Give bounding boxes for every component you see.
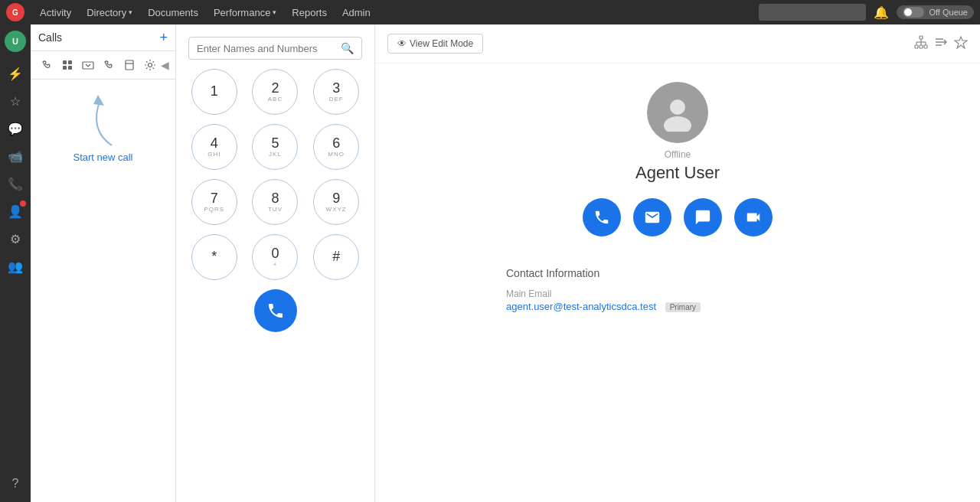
- calls-toolbar: ◀: [31, 51, 175, 80]
- contact-call-button[interactable]: [583, 198, 621, 236]
- dial-key-3[interactable]: 3DEF: [313, 69, 359, 115]
- queue-toggle[interactable]: Off Queue: [897, 5, 974, 19]
- email-value: agent.user@test-analyticsdca.test: [506, 301, 656, 312]
- chevron-down-icon: ▾: [273, 8, 276, 16]
- contact-header: 👁 View Edit Mode: [375, 24, 980, 64]
- dial-key-2[interactable]: 2ABC: [252, 69, 298, 115]
- arrow-icon: [66, 92, 142, 153]
- svg-rect-1: [68, 60, 72, 64]
- email-label: Main Email: [506, 288, 849, 299]
- dial-key-5[interactable]: 5JKL: [252, 124, 298, 170]
- dialpad-settings-button[interactable]: [140, 54, 159, 76]
- collapse-button[interactable]: ◀: [161, 59, 169, 71]
- calls-panel: Calls +: [31, 24, 176, 502]
- sidebar-item-chat[interactable]: 💬: [3, 116, 28, 141]
- eye-icon: 👁: [397, 38, 407, 49]
- sidebar-item-phone[interactable]: 📞: [3, 171, 28, 196]
- nav-item-directory[interactable]: Directory ▾: [80, 4, 139, 21]
- contact-top-actions: [914, 35, 968, 52]
- calls-header: Calls +: [31, 24, 175, 51]
- nav-item-reports[interactable]: Reports: [286, 4, 333, 21]
- dialpad-search-container: 🔍: [188, 37, 362, 60]
- grid-view-button[interactable]: [57, 54, 77, 76]
- sort-icon[interactable]: [934, 35, 948, 52]
- chevron-down-icon: ▾: [129, 8, 132, 16]
- dialpad-grid: 12ABC3DEF4GHI5JKL6MNO7PQRS8TUV9WXYZ*0+#: [188, 69, 362, 280]
- svg-rect-0: [63, 60, 67, 64]
- sidebar-item-settings[interactable]: ⚙: [3, 227, 28, 251]
- phone-log-icon: [103, 59, 115, 71]
- phone-icon: [593, 209, 610, 226]
- dial-key-7[interactable]: 7PQRS: [191, 179, 237, 225]
- nav-item-performance[interactable]: Performance ▾: [207, 4, 283, 21]
- dialpad-search-input[interactable]: [197, 43, 336, 54]
- svg-rect-12: [924, 45, 927, 48]
- settings-icon: [144, 59, 156, 71]
- contact-chat-button[interactable]: [684, 198, 722, 236]
- dial-key-1[interactable]: 1: [191, 69, 237, 115]
- grid-icon: [61, 59, 74, 71]
- nav-item-activity[interactable]: Activity: [34, 4, 77, 21]
- search-icon: 🔍: [341, 42, 354, 54]
- dial-key-9[interactable]: 9WXYZ: [313, 179, 359, 225]
- contact-body: Offline Agent User: [375, 64, 980, 343]
- email-icon: [644, 209, 661, 226]
- contact-panel: 👁 View Edit Mode: [375, 24, 980, 502]
- svg-rect-3: [68, 66, 72, 70]
- voicemail-button[interactable]: [78, 54, 97, 76]
- contact-name: Agent User: [635, 163, 720, 183]
- app-logo: G: [6, 3, 24, 21]
- notifications-icon[interactable]: 🔔: [869, 5, 893, 20]
- email-info-row: Main Email agent.user@test-analyticsdca.…: [506, 288, 849, 312]
- new-call-label: Start new call: [73, 152, 132, 163]
- svg-point-22: [670, 99, 685, 115]
- bookmark-button[interactable]: [119, 54, 139, 76]
- sidebar-item-video[interactable]: 📹: [3, 144, 28, 168]
- chat-icon: [694, 209, 711, 226]
- sidebar-item-help[interactable]: ?: [3, 471, 28, 496]
- org-chart-icon[interactable]: [914, 35, 928, 52]
- svg-point-23: [664, 116, 691, 132]
- svg-rect-4: [83, 62, 93, 69]
- primary-badge: Primary: [665, 302, 701, 312]
- favorite-icon[interactable]: [954, 35, 968, 52]
- contact-action-buttons: [583, 198, 773, 236]
- contact-video-button[interactable]: [734, 198, 773, 236]
- call-log-button[interactable]: [99, 54, 118, 76]
- contact-email-button[interactable]: [633, 198, 671, 236]
- svg-marker-8: [93, 95, 104, 106]
- phone-lines-button[interactable]: [37, 54, 56, 76]
- arrow-area: [43, 92, 163, 153]
- contact-info-title: Contact Information: [506, 267, 849, 279]
- sidebar-item-star[interactable]: ☆: [3, 89, 28, 113]
- video-icon: [745, 209, 762, 226]
- dial-key-*[interactable]: *: [191, 234, 237, 280]
- sidebar-item-activity[interactable]: ⚡: [3, 61, 28, 86]
- contact-info-section: Contact Information Main Email agent.use…: [494, 255, 861, 331]
- dial-key-6[interactable]: 6MNO: [313, 124, 359, 170]
- add-call-button[interactable]: +: [159, 31, 168, 44]
- sidebar-item-team[interactable]: 👥: [3, 254, 28, 279]
- sidebar-item-contacts[interactable]: 👤: [3, 199, 28, 223]
- dial-key-8[interactable]: 8TUV: [252, 179, 298, 225]
- toggle-switch: [903, 7, 924, 18]
- nav-item-documents[interactable]: Documents: [142, 4, 204, 21]
- svg-rect-2: [63, 66, 67, 70]
- view-edit-button[interactable]: 👁 View Edit Mode: [387, 34, 483, 54]
- top-navigation: G Activity Directory ▾ Documents Perform…: [0, 0, 980, 24]
- nav-item-admin[interactable]: Admin: [336, 4, 377, 21]
- contact-status: Offline: [665, 149, 691, 160]
- svg-rect-11: [920, 45, 923, 48]
- dial-key-#[interactable]: #: [313, 234, 359, 280]
- phone-call-icon: [266, 302, 285, 320]
- global-search-input[interactable]: [759, 4, 866, 21]
- sidebar: U ⚡ ☆ 💬 📹 📞 👤 ⚙ 👥 ?: [0, 24, 31, 502]
- main-layout: U ⚡ ☆ 💬 📹 📞 👤 ⚙ 👥 ? Calls +: [0, 24, 980, 502]
- dial-call-button[interactable]: [254, 289, 297, 332]
- svg-rect-5: [126, 60, 133, 70]
- dial-key-4[interactable]: 4GHI: [191, 124, 237, 170]
- contact-avatar: [647, 82, 708, 143]
- queue-label: Off Queue: [929, 8, 968, 17]
- dial-key-0[interactable]: 0+: [252, 234, 298, 280]
- svg-rect-10: [915, 45, 918, 48]
